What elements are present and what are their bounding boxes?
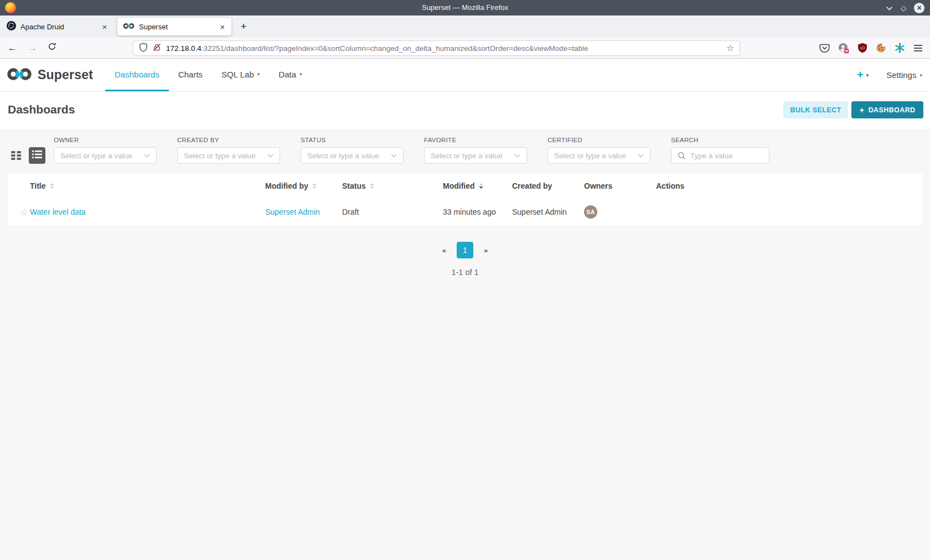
created-by-select[interactable] bbox=[177, 147, 280, 164]
filter-certified: CERTIFIED bbox=[547, 137, 650, 164]
plus-icon: + bbox=[857, 69, 864, 81]
owner-select[interactable] bbox=[54, 147, 157, 164]
tab-apache-druid[interactable]: Apache Druid × bbox=[1, 18, 113, 35]
column-header-title[interactable]: Title bbox=[30, 182, 54, 190]
new-dashboard-button[interactable]: +DASHBOARD bbox=[851, 101, 923, 118]
url-text: 172.18.0.4:32251/dashboard/list/?pageInd… bbox=[166, 44, 588, 53]
column-header-actions: Actions bbox=[656, 182, 684, 190]
forward-button[interactable]: → bbox=[28, 38, 37, 58]
favorite-star-icon[interactable]: ☆ bbox=[20, 206, 28, 217]
page-title: Dashboards bbox=[8, 103, 75, 116]
filter-search: SEARCH bbox=[671, 137, 769, 164]
status-select-input[interactable] bbox=[307, 152, 386, 160]
filter-label: CREATED BY bbox=[177, 137, 280, 143]
filter-label: STATUS bbox=[301, 137, 404, 143]
certified-select-input[interactable] bbox=[554, 152, 633, 160]
caret-down-icon: ▾ bbox=[299, 71, 302, 77]
cookie-icon[interactable] bbox=[876, 43, 886, 53]
shield-icon[interactable] bbox=[139, 43, 148, 54]
tab-close-button[interactable]: × bbox=[100, 22, 109, 32]
search-box[interactable] bbox=[671, 147, 769, 164]
bulk-select-button[interactable]: BULK SELECT bbox=[783, 101, 848, 118]
reload-button[interactable] bbox=[48, 38, 56, 58]
toolbar-extensions: uO bbox=[819, 38, 923, 58]
filter-label: OWNER bbox=[54, 137, 157, 143]
column-header-modified-by[interactable]: Modified by bbox=[265, 182, 317, 190]
nav-item-dashboards[interactable]: Dashboards bbox=[105, 59, 169, 91]
certified-select[interactable] bbox=[547, 147, 650, 164]
bookmark-star-icon[interactable]: ☆ bbox=[727, 43, 734, 53]
settings-menu[interactable]: Settings▾ bbox=[886, 70, 922, 80]
superset-brand[interactable]: Superset bbox=[0, 59, 100, 91]
chevron-down-icon bbox=[886, 3, 893, 13]
nav-item-data[interactable]: Data▾ bbox=[269, 59, 311, 91]
window-controls: ◇ × bbox=[886, 0, 924, 15]
filter-created-by: CREATED BY bbox=[177, 137, 280, 164]
column-label: Owners bbox=[584, 182, 612, 190]
card-view-toggle[interactable] bbox=[9, 150, 23, 163]
plus-icon: + bbox=[859, 105, 864, 115]
account-icon[interactable] bbox=[838, 43, 849, 54]
tab-superset[interactable]: Superset × bbox=[117, 18, 231, 35]
new-tab-button[interactable]: + bbox=[237, 20, 250, 33]
sort-desc-icon bbox=[479, 183, 483, 189]
filter-favorite: FAVORITE bbox=[424, 137, 527, 164]
modified-cell: 33 minutes ago bbox=[443, 208, 496, 216]
tab-close-button[interactable]: × bbox=[218, 22, 227, 32]
favorite-select[interactable] bbox=[424, 147, 527, 164]
tab-label: Superset bbox=[139, 23, 168, 31]
url-path: :32251/dashboard/list/?pageIndex=0&sortC… bbox=[202, 44, 588, 53]
list-view-toggle[interactable] bbox=[29, 147, 45, 164]
owner-select-input[interactable] bbox=[60, 152, 140, 160]
maximize-button[interactable]: ◇ bbox=[901, 4, 906, 12]
created-by-select-input[interactable] bbox=[184, 152, 263, 160]
bulk-select-label: BULK SELECT bbox=[790, 106, 841, 114]
nav-item-charts[interactable]: Charts bbox=[169, 59, 212, 91]
search-icon bbox=[678, 152, 686, 160]
close-window-button[interactable]: × bbox=[914, 3, 924, 13]
chevron-down-icon bbox=[144, 154, 150, 158]
favorite-select-input[interactable] bbox=[431, 152, 510, 160]
pagination: « 1 » bbox=[0, 242, 930, 258]
back-button[interactable]: ← bbox=[8, 38, 17, 58]
table-header: Title Modified by Status Modified Create… bbox=[8, 174, 922, 198]
nav-label: Charts bbox=[178, 70, 203, 79]
pocket-icon[interactable] bbox=[819, 43, 830, 53]
window-titlebar: Superset — Mozilla Firefox ◇ × bbox=[0, 0, 930, 15]
search-input[interactable] bbox=[690, 152, 763, 160]
next-page-button[interactable]: » bbox=[484, 246, 488, 255]
caret-down-icon: ▾ bbox=[919, 72, 922, 78]
diamond-icon: ◇ bbox=[901, 4, 906, 12]
hamburger-menu-icon[interactable] bbox=[913, 44, 923, 52]
new-item-menu[interactable]: +▾ bbox=[857, 69, 869, 81]
minimize-button[interactable] bbox=[886, 3, 893, 13]
browser-tab-bar: Apache Druid × Superset × + bbox=[0, 15, 930, 38]
nav-item-sql-lab[interactable]: SQL Lab▾ bbox=[212, 59, 269, 91]
status-cell: Draft bbox=[342, 208, 359, 216]
created-by-cell: Superset Admin bbox=[512, 208, 567, 216]
sort-icon bbox=[370, 183, 374, 189]
pagination-summary: 1-1 of 1 bbox=[0, 268, 930, 277]
reload-icon bbox=[48, 42, 56, 54]
table-row: ☆ Water level data Superset Admin Draft … bbox=[8, 198, 922, 225]
close-icon: × bbox=[917, 3, 921, 12]
modified-by-link[interactable]: Superset Admin bbox=[265, 208, 320, 216]
dashboard-title-link[interactable]: Water level data bbox=[30, 208, 86, 216]
nav-label: SQL Lab bbox=[221, 70, 254, 79]
page-1-button[interactable]: 1 bbox=[457, 242, 473, 258]
ublock-shield-icon[interactable]: uO bbox=[857, 43, 867, 53]
extension-asterisk-icon[interactable] bbox=[895, 43, 905, 53]
url-bar[interactable]: 172.18.0.4:32251/dashboard/list/?pageInd… bbox=[133, 40, 740, 56]
column-header-modified[interactable]: Modified bbox=[443, 182, 483, 190]
brand-text: Superset bbox=[38, 68, 93, 82]
column-header-status[interactable]: Status bbox=[342, 182, 374, 190]
new-dashboard-label: DASHBOARD bbox=[869, 106, 916, 114]
svg-text:uO: uO bbox=[860, 46, 865, 50]
plus-icon: + bbox=[240, 20, 246, 33]
status-select[interactable] bbox=[301, 147, 404, 164]
url-host: 172.18.0.4 bbox=[166, 44, 202, 53]
filter-label: SEARCH bbox=[671, 137, 769, 143]
prev-page-button[interactable]: « bbox=[442, 246, 446, 255]
filter-status: STATUS bbox=[301, 137, 404, 164]
insecure-lock-icon[interactable] bbox=[153, 43, 161, 53]
